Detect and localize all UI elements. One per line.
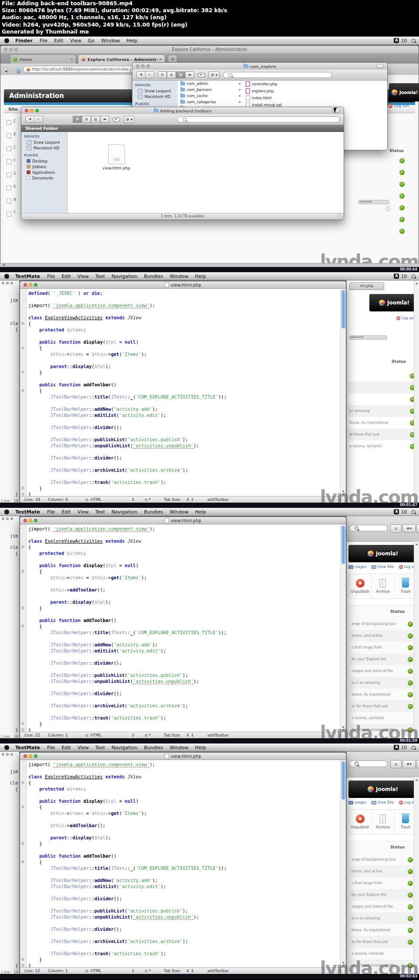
admin-link[interactable]: View Site xyxy=(372,801,394,804)
row-checkbox[interactable] xyxy=(7,172,11,177)
unpublish-button[interactable]: Unpublish xyxy=(349,810,372,834)
vertical-scrollbar[interactable]: ▲ ▼ xyxy=(414,777,419,979)
apple-menu-icon[interactable] xyxy=(4,745,9,750)
fold-marker-icon[interactable] xyxy=(21,545,24,548)
symbol-popup[interactable]: addToolbar xyxy=(207,969,229,973)
bookmark-button[interactable]: ★▾ xyxy=(402,524,416,533)
menubar-item[interactable]: Help xyxy=(195,274,206,279)
address-bar[interactable]: http://localhost:8888/explore/administra… xyxy=(23,66,134,73)
menubar-item[interactable]: Text xyxy=(95,274,105,279)
folder-row[interactable]: com_cache▶ xyxy=(178,93,243,99)
menubar-item[interactable]: View xyxy=(70,38,81,44)
sidebar-item-device[interactable]: Macintosh HD xyxy=(21,145,67,151)
stepper-icon[interactable]: ↕ xyxy=(191,497,194,502)
spotlight-icon[interactable] xyxy=(412,274,416,278)
stepper-icon[interactable]: ↕ xyxy=(191,969,194,973)
tab-size-label[interactable]: Tab Size: xyxy=(164,497,181,502)
finder-search-field[interactable] xyxy=(177,116,340,122)
menubar-item[interactable]: Help xyxy=(195,509,206,515)
file-row[interactable]: controller.php xyxy=(243,81,304,88)
fold-marker-icon[interactable] xyxy=(21,860,24,863)
symbol-popup[interactable]: addToolbar xyxy=(207,497,229,502)
tab-size-label[interactable]: Tab Size: xyxy=(164,969,181,973)
menubar-item[interactable]: Window xyxy=(169,509,188,515)
admin-link[interactable]: ssages xyxy=(348,565,366,569)
gear-menu-button[interactable]: ⚙ ▾ xyxy=(124,116,135,123)
tab-size-value[interactable]: 4 xyxy=(186,969,189,973)
admin-menu-item[interactable]: Site xyxy=(8,107,17,112)
apple-menu-icon[interactable] xyxy=(4,510,9,514)
fold-marker-icon[interactable] xyxy=(21,570,24,573)
menubar-item[interactable]: Window xyxy=(169,745,188,750)
apple-menu-icon[interactable] xyxy=(4,38,9,43)
menubar-item[interactable]: File xyxy=(47,274,55,279)
file-name-label[interactable]: view.html.php xyxy=(98,166,135,170)
view-mode-buttons[interactable]: ⊞≣▥▬ xyxy=(73,116,109,123)
menubar-item[interactable]: Window xyxy=(101,38,120,44)
file-row[interactable]: explore.php xyxy=(243,88,304,95)
menubar-item[interactable]: Navigation xyxy=(112,274,137,279)
menubar-item[interactable]: Edit xyxy=(61,274,71,279)
edit-button[interactable]: ▾ xyxy=(416,524,419,533)
browser-search-field[interactable] xyxy=(349,760,388,767)
fold-marker-icon[interactable] xyxy=(21,346,24,349)
stepper-icon[interactable]: ↕ xyxy=(132,733,135,737)
menubar-item[interactable]: Navigation xyxy=(112,509,137,515)
back-button[interactable]: ◀ xyxy=(4,69,7,74)
menubar-item[interactable]: Window xyxy=(169,274,188,279)
menubar-item[interactable]: Text xyxy=(95,509,105,515)
logout-button[interactable]: Log out xyxy=(396,316,415,320)
menubar-item[interactable]: Edit xyxy=(61,745,71,750)
tab-close-icon[interactable]: × xyxy=(70,57,73,61)
finder-titlebar[interactable]: com_explore xyxy=(132,63,387,70)
browser-titlebar[interactable]: Explore California – Administration xyxy=(0,46,419,54)
sidebar-item-device[interactable]: Snow Leopard xyxy=(21,139,67,145)
language-selector[interactable]: HTML xyxy=(91,969,101,973)
folder-row[interactable]: com_banners▶ xyxy=(178,87,243,93)
dropdown-icon[interactable]: ▾ xyxy=(149,969,151,972)
sidebar-item-place[interactable]: Documents xyxy=(21,175,67,181)
fold-marker-icon[interactable] xyxy=(21,389,24,392)
app-menu[interactable]: Finder xyxy=(15,38,33,44)
tab-size-value[interactable]: 4 xyxy=(186,497,189,502)
tab-size-label[interactable]: Tab Size: xyxy=(164,733,181,737)
fold-marker-icon[interactable] xyxy=(21,625,24,628)
menubar-item[interactable]: Bundles xyxy=(144,274,163,279)
stepper-icon[interactable]: ↕ xyxy=(132,497,135,502)
code-editor[interactable]: jimport( 'joomla.application.component.v… xyxy=(27,524,340,732)
row-checkbox[interactable] xyxy=(7,186,11,190)
fold-marker-icon[interactable] xyxy=(21,371,24,374)
sidebar-item-device[interactable]: Snow Leopard xyxy=(132,88,178,94)
quicklook-icon[interactable] xyxy=(198,73,205,78)
menubar-item[interactable]: Edit xyxy=(61,509,71,515)
finder-search-field[interactable] xyxy=(223,72,332,78)
app-badge-icon[interactable]: A xyxy=(394,274,399,279)
dropdown-icon[interactable]: ▾ xyxy=(149,497,151,501)
forward-button[interactable]: ▶ xyxy=(17,69,20,74)
scroll-up-icon[interactable]: ▲ xyxy=(414,542,419,545)
vertical-scrollbar[interactable]: ▲ ▼ xyxy=(414,541,419,743)
stepper-icon[interactable]: ↕ xyxy=(191,733,194,737)
horizontal-scrollbar[interactable] xyxy=(358,200,389,204)
archive-button[interactable]: Archive xyxy=(372,810,394,834)
finder-nav-buttons[interactable]: ◀▶ xyxy=(136,71,154,78)
row-checkbox[interactable] xyxy=(7,212,11,216)
sidebar-item-device[interactable]: Macintosh HD xyxy=(132,94,178,99)
php-file-icon[interactable]: PHP xyxy=(108,144,125,164)
logout-button[interactable]: Log out xyxy=(388,104,409,108)
code-editor[interactable]: jimport( 'joomla.application.component.v… xyxy=(27,760,340,968)
horizontal-scrollbar[interactable] xyxy=(349,335,387,340)
textmate-titlebar[interactable]: view.html.php xyxy=(20,517,346,524)
home-button[interactable]: ⌂ xyxy=(390,760,402,768)
row-checkbox[interactable] xyxy=(7,159,11,164)
language-selector[interactable]: HTML xyxy=(91,733,101,737)
scroll-up-icon[interactable]: ▲ xyxy=(414,281,419,284)
menubar-item[interactable]: Bundles xyxy=(144,509,163,515)
folder-row[interactable]: com_admin▶ xyxy=(178,81,243,87)
fold-marker-icon[interactable] xyxy=(21,781,24,784)
home-button[interactable]: ⌂ xyxy=(390,524,402,533)
quicklook-icon[interactable] xyxy=(113,117,120,122)
app-menu[interactable]: TextMate xyxy=(15,509,40,515)
folder-row[interactable]: com_categories▶ xyxy=(178,99,243,105)
app-badge-icon[interactable]: A xyxy=(394,38,399,43)
